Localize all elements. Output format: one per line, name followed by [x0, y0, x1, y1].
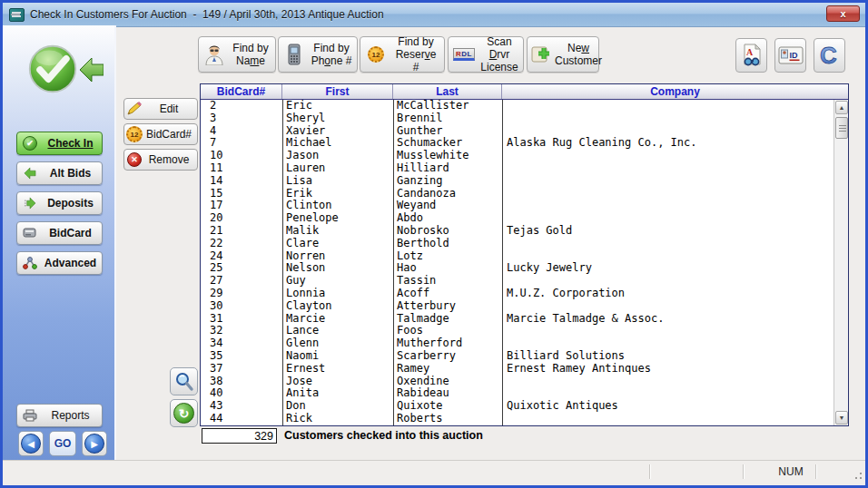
titlebar[interactable]: Check In Customers For Auction - 149 / A…	[3, 3, 865, 27]
cell-first: Michael	[282, 137, 393, 150]
table-row[interactable]: 37ErnestRameyErnest Ramey Antinques	[201, 363, 835, 376]
next-record-button[interactable]: ▶	[82, 431, 107, 456]
arrow-right-icon: ▶	[84, 434, 104, 454]
table-row[interactable]: 15ErikCandanoza	[201, 188, 835, 200]
table-row[interactable]: 3SherylBrennil	[201, 112, 835, 125]
refresh-button[interactable]: ↻	[170, 399, 198, 427]
cell-company	[502, 250, 835, 263]
id-card-button[interactable]: ID	[774, 38, 806, 73]
cell-last: Quixote	[393, 400, 502, 413]
cell-bid: 11	[201, 162, 282, 175]
resize-grip[interactable]	[852, 469, 863, 480]
edit-button[interactable]: Edit	[123, 98, 198, 120]
table-row[interactable]: 31MarcieTalmadgeMarcie Talmadge & Assoc.	[201, 313, 835, 326]
table-row[interactable]: 21MalikNobroskoTejas Gold	[201, 225, 835, 238]
table-row[interactable]: 38JoseOxendine	[201, 376, 835, 388]
column-header-company[interactable]: Company	[502, 84, 848, 99]
table-row[interactable]: 43DonQuixoteQuixotic Antiques	[201, 400, 835, 413]
customers-table: BidCard# First Last Company 2EricMcCalli…	[200, 83, 849, 426]
cell-bid: 2	[201, 100, 282, 112]
table-row[interactable]: 10JasonMusslewhite	[201, 150, 835, 162]
table-row[interactable]: 30ClaytonAtterbury	[201, 300, 835, 313]
cell-last: Lotz	[393, 250, 502, 263]
c-logo-button[interactable]: C	[814, 38, 845, 73]
cell-company: Billiard Solutions	[502, 350, 835, 363]
cell-bid: 20	[201, 212, 282, 225]
table-row[interactable]: 4XavierGunther	[201, 125, 835, 138]
find-by-reserve-button[interactable]: 12 Find by Reserve #	[360, 36, 445, 73]
phone-icon	[282, 44, 306, 65]
cell-last: Schumacker	[393, 137, 502, 150]
scrollbar-thumb[interactable]	[835, 117, 848, 139]
table-row[interactable]: 32LanceFoos	[201, 325, 835, 337]
sidebar-item-bidcard[interactable]: BidCard	[16, 221, 103, 245]
table-row[interactable]: 20PenelopeAbdo	[201, 212, 835, 225]
table-header: BidCard# First Last Company	[201, 84, 848, 100]
magnifier-icon	[174, 372, 194, 392]
table-row[interactable]: 40AnitaRabideau	[201, 387, 835, 400]
find-document-button[interactable]: A	[735, 38, 767, 73]
remove-label: Remove	[144, 153, 197, 166]
table-row[interactable]: 29LonniaAcoffM.U.Z. Corporation	[201, 288, 835, 300]
table-row[interactable]: 27GuyTassin	[201, 275, 835, 288]
sidebar-item-check-in[interactable]: ✔ Check In	[16, 132, 103, 155]
check-circle-icon: ✔	[21, 136, 39, 151]
remove-button[interactable]: ✕ Remove	[123, 149, 198, 171]
cell-company: Lucky Jewelry	[502, 262, 835, 275]
vertical-scrollbar[interactable]: ▲ ▼	[833, 100, 848, 425]
table-row[interactable]: 7MichaelSchumackerAlaska Rug Cleaning Co…	[201, 137, 835, 150]
cell-bid: 43	[201, 400, 282, 413]
cell-company	[502, 162, 835, 175]
table-row[interactable]: 34GlennMutherford	[201, 337, 835, 350]
table-row[interactable]: 2EricMcCallister	[201, 100, 835, 112]
prev-record-button[interactable]: ◀	[18, 431, 44, 456]
cell-first: Nelson	[282, 262, 393, 275]
app-window: Check In Customers For Auction - 149 / A…	[0, 0, 868, 488]
reports-button[interactable]: Reports	[16, 404, 103, 427]
column-header-first[interactable]: First	[282, 84, 393, 99]
svg-text:A: A	[746, 47, 754, 57]
table-row[interactable]: 44RickRoberts	[201, 413, 835, 425]
deposit-arrow-icon	[21, 197, 39, 210]
go-button[interactable]: GO	[49, 431, 76, 456]
cell-last: Tassin	[393, 275, 502, 288]
bidcard-number-button[interactable]: 12 BidCard#	[123, 123, 198, 145]
new-customer-button[interactable]: New Customer	[527, 36, 599, 73]
green-plus-icon	[531, 44, 551, 64]
scan-license-button[interactable]: RDL Scan Drvr License	[448, 36, 524, 73]
cell-bid: 3	[201, 112, 282, 125]
column-divider	[393, 100, 394, 425]
status-divider	[743, 464, 744, 479]
cell-first: Norren	[282, 250, 393, 263]
cell-first: Clayton	[282, 300, 393, 313]
cell-last: Hilliard	[393, 162, 502, 175]
sidebar-item-deposits[interactable]: Deposits	[16, 191, 103, 215]
scroll-up-button[interactable]: ▲	[835, 101, 848, 114]
refresh-icon: ↻	[173, 403, 194, 424]
close-button[interactable]: x	[826, 5, 860, 22]
table-row[interactable]: 14LisaGanzing	[201, 175, 835, 188]
remove-x-icon: ✕	[124, 152, 144, 167]
column-header-bidcard[interactable]: BidCard#	[201, 84, 282, 99]
find-by-phone-button[interactable]: Find by Phone #	[278, 36, 358, 73]
button-label: Scan Drvr License	[476, 35, 523, 73]
checked-in-count: 329	[202, 428, 277, 444]
c-logo-icon: C	[818, 43, 842, 68]
reports-label: Reports	[39, 409, 102, 422]
sidebar-item-advanced[interactable]: Advanced	[16, 251, 103, 275]
cell-first: Rick	[282, 413, 393, 425]
table-row[interactable]: 24NorrenLotz	[201, 250, 835, 263]
scroll-down-button[interactable]: ▼	[835, 411, 848, 425]
column-header-last[interactable]: Last	[393, 84, 502, 99]
table-row[interactable]: 11LaurenHilliard	[201, 162, 835, 175]
search-list-button[interactable]	[170, 367, 198, 395]
table-row[interactable]: 35NaomiScarberryBilliard Solutions	[201, 350, 835, 363]
sidebar-item-alt-bids[interactable]: Alt Bids	[16, 161, 103, 185]
table-row[interactable]: 17ClintonWeyand	[201, 200, 835, 212]
table-row[interactable]: 25NelsonHaoLucky Jewelry	[201, 262, 835, 275]
table-row[interactable]: 22ClareBerthold	[201, 238, 835, 250]
find-by-name-button[interactable]: Find by Name	[198, 36, 276, 73]
cell-bid: 32	[201, 325, 282, 337]
cell-company	[502, 212, 835, 225]
cell-first: Don	[282, 400, 393, 413]
